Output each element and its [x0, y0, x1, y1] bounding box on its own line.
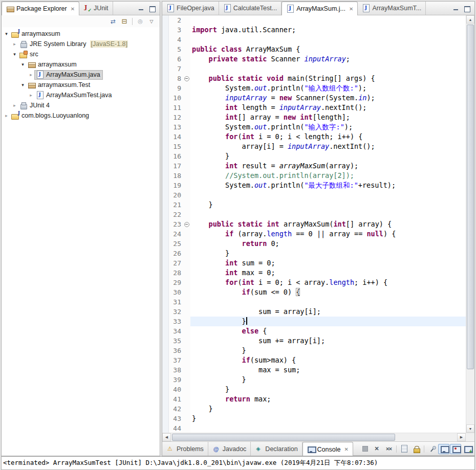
- open-console-icon[interactable]: [462, 444, 473, 454]
- maximize-icon[interactable]: [464, 5, 470, 11]
- code-text[interactable]: inputArray = new Scanner(System.in);: [190, 93, 466, 103]
- view-tab-declaration[interactable]: Declaration: [251, 442, 302, 456]
- scroll-left-icon[interactable]: [162, 433, 171, 441]
- code-text[interactable]: [190, 15, 466, 25]
- code-text[interactable]: return max;: [190, 394, 466, 404]
- code-text[interactable]: System.out.println("最大子数组和:"+result);: [190, 181, 466, 190]
- fold-collapse-icon[interactable]: [184, 76, 189, 81]
- code-text[interactable]: }: [190, 385, 466, 394]
- focus-icon[interactable]: [135, 17, 145, 26]
- code-text[interactable]: }: [190, 151, 466, 161]
- clear-console-icon[interactable]: [399, 444, 410, 454]
- remove-launch-icon[interactable]: [371, 444, 382, 454]
- code-text[interactable]: System.out.println("输入数组个数:");: [190, 83, 466, 93]
- code-text[interactable]: }: [190, 414, 466, 423]
- code-text[interactable]: public static int arrayMaxSum(int[] arra…: [190, 219, 466, 229]
- editor-tab-calculatetest[interactable]: CalculateTest...: [219, 2, 282, 15]
- hscroll-thumb[interactable]: [172, 434, 395, 441]
- code-text[interactable]: int[] array = new int[length];: [190, 113, 466, 122]
- editor-horizontal-scrollbar[interactable]: [162, 433, 474, 441]
- tree-item-arraymaxsum-test[interactable]: ▾arraymaxsum.Test: [2, 80, 160, 90]
- tree-item-arraymaxsum[interactable]: ▾arraymaxsum: [2, 29, 160, 39]
- code-text[interactable]: int length = inputArray.nextInt();: [190, 103, 466, 113]
- tree-item-arraymaxsumtest-java[interactable]: ▸ArrayMaxSumTest.java: [2, 90, 160, 100]
- code-text[interactable]: if(sum <= 0) {: [190, 287, 466, 297]
- code-text[interactable]: }: [190, 404, 466, 414]
- fold-collapse-icon[interactable]: [184, 222, 189, 227]
- code-text[interactable]: [190, 423, 466, 433]
- minimize-icon[interactable]: [138, 5, 144, 11]
- maximize-icon[interactable]: [149, 5, 155, 11]
- code-text[interactable]: [190, 35, 466, 44]
- vscroll-thumb[interactable]: [467, 25, 474, 369]
- hscroll-track[interactable]: [171, 433, 457, 441]
- view-tab-console[interactable]: Console: [302, 442, 353, 456]
- tree-item-arraymaxsum[interactable]: ▾arraymaxsum: [2, 59, 160, 70]
- code-text[interactable]: }: [190, 375, 466, 385]
- tab-package-explorer[interactable]: Package Explorer: [2, 2, 79, 15]
- tree-collapsed-arrow-icon[interactable]: ▸: [11, 41, 18, 47]
- code-text[interactable]: public class ArrayMaxSum {: [190, 44, 466, 54]
- code-text[interactable]: sum = array[i];: [190, 307, 466, 317]
- code-text[interactable]: int result = arrayMaxSum(array);: [190, 161, 466, 171]
- editor-tab-fileoper-java[interactable]: FileOper.java: [162, 2, 219, 15]
- code-text[interactable]: System.out.println("输入数字:");: [190, 122, 466, 132]
- pin-console-icon[interactable]: [426, 444, 438, 454]
- scroll-down-icon[interactable]: [466, 424, 474, 433]
- code-text[interactable]: import java.util.Scanner;: [190, 25, 466, 35]
- code-text[interactable]: sum += array[i];: [190, 336, 466, 346]
- tree-expanded-arrow-icon[interactable]: ▾: [3, 31, 10, 36]
- show-stderr-icon[interactable]: [450, 444, 461, 454]
- tree-expanded-arrow-icon[interactable]: ▾: [19, 62, 26, 67]
- code-text[interactable]: //System.out.println(array[2]);: [190, 171, 466, 181]
- view-tab-javadoc[interactable]: Javadoc: [208, 442, 251, 456]
- code-text[interactable]: for(int i = 0; i < array.length; i++) {: [190, 278, 466, 287]
- code-text[interactable]: max = sum;: [190, 365, 466, 375]
- code-text[interactable]: [190, 297, 466, 307]
- code-text[interactable]: int sum = 0;: [190, 258, 466, 268]
- code-text[interactable]: int max = 0;: [190, 268, 466, 278]
- code-text[interactable]: else {: [190, 326, 466, 336]
- editor-tab-arraymaxsumt[interactable]: ArrayMaxSumT...: [358, 2, 426, 15]
- view-tab-problems[interactable]: Problems: [162, 442, 208, 456]
- close-icon[interactable]: [71, 6, 75, 12]
- code-text[interactable]: if(sum>max) {: [190, 355, 466, 365]
- console-output[interactable]: <terminated> ArrayMaxSumTest [JUnit] D:\…: [1, 456, 475, 470]
- code-text[interactable]: [190, 210, 466, 219]
- scroll-lock-icon[interactable]: [410, 444, 422, 454]
- view-menu-icon[interactable]: [146, 17, 157, 26]
- tree-expanded-arrow-icon[interactable]: ▾: [19, 82, 26, 87]
- code-text[interactable]: array[i] = inputArray.nextInt();: [190, 142, 466, 151]
- tree-item-jre-system-library[interactable]: ▸JRE System Library[JavaSE-1.8]: [2, 39, 160, 49]
- tree-item-arraymaxsum-java[interactable]: ▸ArrayMaxSum.java: [2, 70, 160, 80]
- code-text[interactable]: }: [190, 200, 466, 210]
- collapse-all-icon[interactable]: [119, 17, 129, 26]
- tree-collapsed-arrow-icon[interactable]: ▸: [28, 93, 34, 98]
- terminate-icon[interactable]: [359, 444, 371, 454]
- editor-tab-arraymaxsum-j[interactable]: ArrayMaxSum.j...: [282, 2, 358, 15]
- close-icon[interactable]: [349, 6, 353, 12]
- vscroll-track[interactable]: [466, 24, 474, 424]
- tab-junit[interactable]: JUnit: [79, 2, 113, 15]
- remove-all-icon[interactable]: [383, 444, 394, 454]
- code-text[interactable]: [190, 190, 466, 200]
- tree-item-junit-4[interactable]: ▸JUnit 4: [2, 100, 160, 110]
- code-text[interactable]: if (array.length == 0 || array == null) …: [190, 229, 466, 239]
- code-text[interactable]: private static Scanner inputArray;: [190, 54, 466, 64]
- code-editor[interactable]: 23import java.util.Scanner;45public clas…: [162, 15, 466, 433]
- code-text[interactable]: return 0;: [190, 239, 466, 249]
- code-text[interactable]: }: [190, 249, 466, 258]
- tree-item-com-blogs-luoyuanlong[interactable]: ▸com.blogs.Luoyuanlong: [2, 110, 160, 121]
- editor-vertical-scrollbar[interactable]: [466, 15, 474, 433]
- tree-collapsed-arrow-icon[interactable]: ▸: [28, 72, 34, 77]
- tree-expanded-arrow-icon[interactable]: ▾: [11, 52, 18, 57]
- scroll-right-icon[interactable]: [457, 433, 466, 441]
- minimize-icon[interactable]: [453, 5, 459, 11]
- tree-collapsed-arrow-icon[interactable]: ▸: [11, 103, 18, 108]
- code-text[interactable]: public static void main(String[] args) {: [190, 74, 466, 83]
- code-text[interactable]: for(int i = 0; i < length; i++) {: [190, 132, 466, 142]
- code-text[interactable]: }: [190, 346, 466, 355]
- tree-item-src[interactable]: ▾src: [2, 49, 160, 59]
- show-stdout-icon[interactable]: [438, 444, 449, 454]
- link-with-editor-icon[interactable]: [108, 17, 118, 26]
